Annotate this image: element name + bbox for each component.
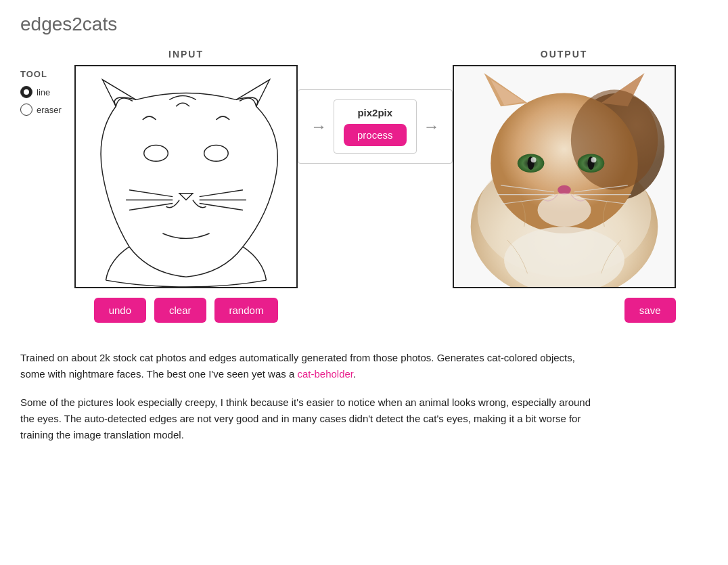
svg-line-2 xyxy=(129,190,173,197)
svg-point-30 xyxy=(537,194,591,227)
svg-point-1 xyxy=(204,145,229,162)
pix2pix-box: → pix2pix process → xyxy=(298,89,453,164)
clear-button[interactable]: clear xyxy=(154,298,206,323)
tool-line-option[interactable]: line xyxy=(20,86,50,98)
tool-label: TOOL xyxy=(20,69,47,79)
description-area: Trained on about 2k stock cat photos and… xyxy=(20,350,602,443)
svg-line-5 xyxy=(200,190,243,197)
tool-eraser-option[interactable]: eraser xyxy=(20,104,62,116)
svg-point-0 xyxy=(144,145,168,162)
svg-point-16 xyxy=(570,90,657,190)
description-paragraph-1: Trained on about 2k stock cat photos and… xyxy=(20,350,602,382)
svg-point-21 xyxy=(530,157,536,162)
line-radio[interactable] xyxy=(20,86,32,98)
save-button[interactable]: save xyxy=(624,298,676,323)
input-label: INPUT xyxy=(168,49,204,60)
svg-point-22 xyxy=(591,157,596,162)
cat-beholder-link[interactable]: cat-beholder xyxy=(297,368,353,380)
page-title: edges2cats xyxy=(20,14,708,35)
pix2pix-label: pix2pix xyxy=(357,107,392,118)
description-paragraph-2: Some of the pictures look especially cre… xyxy=(20,394,602,443)
drawing-canvas[interactable] xyxy=(74,65,298,288)
output-image xyxy=(453,65,676,288)
process-button[interactable]: process xyxy=(344,124,407,146)
eraser-label: eraser xyxy=(37,105,62,115)
random-button[interactable]: random xyxy=(214,298,279,323)
output-label: OUTPUT xyxy=(541,49,588,60)
undo-button[interactable]: undo xyxy=(94,298,146,323)
eraser-radio[interactable] xyxy=(20,104,32,116)
svg-point-23 xyxy=(558,185,571,195)
line-label: line xyxy=(37,87,50,97)
